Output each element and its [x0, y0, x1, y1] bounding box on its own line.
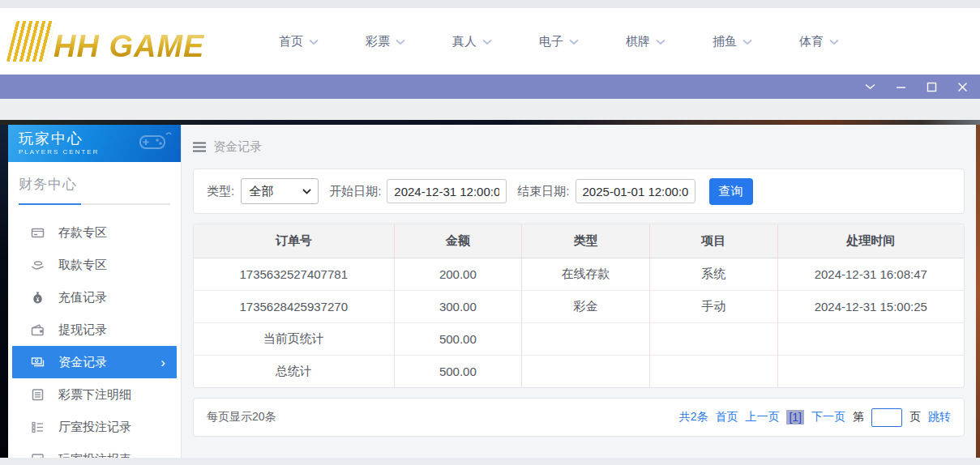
chevron-down-icon — [569, 34, 579, 49]
deposit-zone-icon — [31, 226, 45, 240]
table-column-header: 处理时间 — [777, 224, 964, 258]
nav-item-4[interactable]: 电子 — [539, 34, 579, 49]
sidebar-item-label: 彩票下注明细 — [58, 387, 131, 403]
sidebar-item-彩票下注明细[interactable]: 彩票下注明细 — [8, 378, 181, 411]
table-cell — [777, 355, 964, 387]
page-suffix-label: 页 — [909, 410, 921, 424]
logo-bars-mark — [6, 21, 55, 62]
chevron-down-icon — [396, 34, 405, 49]
sidebar-menu: 存款专区取款专区充值记录提现记录资金记录›彩票下注明细厅室投注记录玩家投注报表 — [8, 216, 181, 465]
table-cell: 1735628425937270 — [194, 290, 394, 322]
logo: HH GAME — [11, 21, 232, 62]
table-cell — [649, 322, 777, 355]
start-date-input[interactable] — [387, 179, 507, 203]
chevron-down-icon — [482, 34, 492, 49]
table-column-header: 订单号 — [194, 224, 394, 258]
type-label: 类型: — [207, 184, 234, 199]
hall-bet-icon — [31, 420, 45, 434]
fund-record-icon — [31, 356, 45, 369]
hamburger-icon[interactable] — [193, 142, 206, 152]
nav-item-7[interactable]: 体育 — [799, 34, 839, 49]
table-cell — [777, 322, 964, 355]
start-date-label: 开始日期: — [329, 184, 381, 199]
page-prefix-label: 第 — [853, 410, 864, 424]
jump-link[interactable]: 跳转 — [928, 410, 951, 424]
prev-page-link[interactable]: 上一页 — [745, 410, 779, 424]
type-select[interactable]: 全部 — [241, 178, 319, 204]
nav-item-label: 彩票 — [366, 34, 390, 49]
table-cell: 200.00 — [394, 258, 522, 290]
desktop-bottom-strip — [0, 458, 980, 465]
pagination-bar: 每页显示20条 共2条 首页 上一页 [1] 下一页 第 页 跳转 — [193, 398, 965, 437]
gray-strip — [0, 99, 980, 120]
sidebar-item-label: 厅室投注记录 — [58, 420, 131, 435]
table-cell: 500.00 — [394, 355, 522, 387]
sidebar-item-label: 存款专区 — [58, 225, 107, 241]
sidebar-item-存款专区[interactable]: 存款专区 — [8, 216, 181, 249]
finance-section-title: 财务中心 — [19, 175, 170, 194]
jump-page-input[interactable] — [871, 408, 902, 427]
table-cell: 手动 — [649, 290, 777, 322]
table-cell — [522, 355, 650, 387]
table-row: 当前页统计500.00 — [194, 322, 964, 355]
finance-section-underline — [19, 203, 170, 205]
records-table: 订单号金额类型项目处理时间 1735632527407781200.00在线存款… — [194, 224, 964, 387]
main-nav: 首页彩票真人电子棋牌捕鱼体育 — [279, 34, 839, 49]
logo-text: HH GAME — [53, 31, 204, 62]
table-cell: 2024-12-31 16:08:47 — [777, 258, 964, 290]
type-select-value: 全部 — [249, 184, 273, 199]
chevron-down-button[interactable] — [863, 80, 876, 93]
table-cell: 系统 — [649, 258, 777, 290]
sidebar-item-提现记录[interactable]: 提现记录 — [8, 314, 181, 346]
chevron-down-icon — [829, 34, 839, 49]
sidebar-item-label: 取款专区 — [58, 258, 107, 273]
window-titlebar — [0, 75, 980, 99]
search-button[interactable]: 查询 — [709, 178, 753, 205]
next-page-link[interactable]: 下一页 — [811, 410, 845, 424]
first-page-link[interactable]: 首页 — [715, 410, 738, 424]
sidebar-header: 玩家中心 PLAYERS CENTER — [8, 125, 181, 162]
table-column-header: 金额 — [394, 224, 522, 258]
sidebar-item-厅室投注记录[interactable]: 厅室投注记录 — [8, 411, 181, 443]
nav-item-5[interactable]: 棋牌 — [626, 34, 665, 49]
withdraw-record-icon — [31, 323, 45, 337]
nav-item-label: 捕鱼 — [713, 34, 737, 49]
sidebar-item-label: 充值记录 — [58, 290, 107, 305]
table-cell: 在线存款 — [522, 258, 650, 290]
table-body: 1735632527407781200.00在线存款系统2024-12-31 1… — [194, 258, 964, 387]
withdraw-zone-icon — [31, 258, 45, 272]
minimize-button[interactable] — [894, 80, 907, 93]
nav-item-label: 电子 — [539, 34, 563, 49]
nav-item-2[interactable]: 彩票 — [366, 34, 405, 49]
end-date-label: 结束日期: — [517, 184, 569, 199]
chevron-right-icon: › — [160, 356, 165, 369]
close-button[interactable] — [956, 80, 969, 93]
table-cell: 2024-12-31 15:00:25 — [777, 290, 964, 322]
table-row: 总统计500.00 — [194, 355, 964, 387]
lottery-detail-icon — [31, 388, 45, 402]
chevron-down-icon — [302, 189, 311, 194]
filter-bar: 类型: 全部 开始日期: 结束日期: 查询 — [193, 169, 965, 214]
sidebar-item-取款专区[interactable]: 取款专区 — [8, 249, 181, 281]
maximize-button[interactable] — [925, 80, 938, 93]
table-cell: 总统计 — [194, 355, 394, 387]
nav-item-3[interactable]: 真人 — [452, 34, 492, 49]
sidebar-item-充值记录[interactable]: 充值记录 — [8, 281, 181, 314]
page-title: 资金记录 — [213, 139, 262, 155]
main-content: 资金记录 类型: 全部 开始日期: 结束日期: 查询 订单号金额类型 — [182, 125, 976, 458]
chevron-down-icon — [309, 34, 319, 49]
finance-section: 财务中心 — [8, 162, 181, 213]
table-cell: 300.00 — [394, 290, 522, 322]
sidebar-item-label: 资金记录 — [58, 355, 107, 370]
nav-item-6[interactable]: 捕鱼 — [713, 34, 752, 49]
sidebar-item-资金记录[interactable]: 资金记录› — [12, 346, 177, 378]
nav-item-1[interactable]: 首页 — [279, 34, 319, 49]
table-header-row: 订单号金额类型项目处理时间 — [194, 224, 964, 258]
end-date-input[interactable] — [576, 179, 695, 203]
nav-item-label: 体育 — [799, 34, 824, 49]
nav-item-label: 棋牌 — [626, 34, 650, 49]
pager: 共2条 首页 上一页 [1] 下一页 第 页 跳转 — [679, 408, 951, 427]
table-column-header: 类型 — [522, 224, 650, 258]
chevron-down-icon — [742, 34, 752, 49]
table-cell: 500.00 — [394, 322, 522, 355]
